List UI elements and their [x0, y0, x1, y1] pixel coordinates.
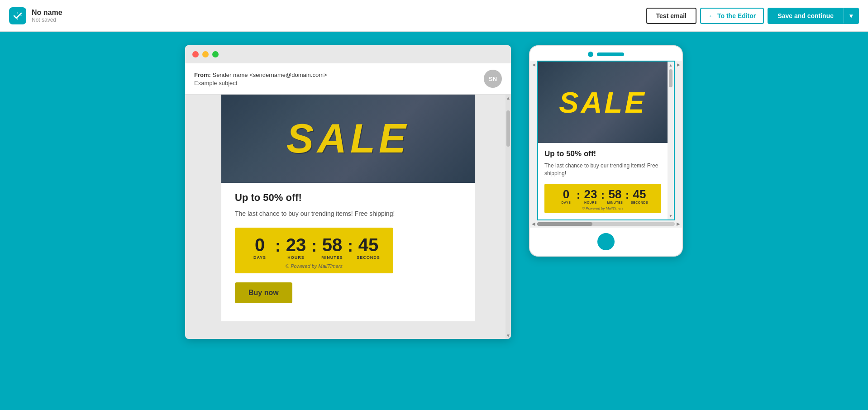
app-logo-icon	[9, 7, 26, 24]
email-subject: Example subject	[194, 80, 327, 86]
mobile-body-content: SALE Up to 50% off! The last chance to b…	[538, 62, 668, 219]
email-scroll: SALE Up to 50% off! The last chance to b…	[221, 95, 475, 321]
mobile-hscroll-right[interactable]: ▶	[677, 221, 680, 226]
sale-text: SALE	[286, 115, 410, 162]
mobile-scroll-up[interactable]: ▲	[669, 63, 673, 67]
mobile-headline: Up to 50% off!	[544, 149, 661, 158]
email-content-area: Up to 50% off! The last chance to buy ou…	[221, 183, 475, 312]
mobile-days: 0 DAYS	[557, 188, 576, 204]
countdown-minutes: 58 MINUTES	[319, 236, 346, 260]
mobile-sale-banner: SALE	[538, 62, 668, 143]
email-headline: Up to 50% off!	[235, 192, 461, 204]
mobile-notch	[530, 46, 682, 61]
browser-dot-maximize	[212, 51, 219, 57]
mobile-countdown: 0 DAYS : 23 HOURS :	[544, 184, 661, 213]
countdown-timer: 0 DAYS : 23 HOURS : 58	[244, 236, 384, 260]
mobile-home-button[interactable]	[597, 233, 615, 250]
mobile-hscroll-track	[537, 222, 675, 226]
email-from-section: From: Sender name <sendername@domain.com…	[194, 72, 327, 86]
desktop-scrollbar[interactable]: ▲ ▼	[506, 95, 511, 339]
desktop-preview: From: Sender name <sendername@domain.com…	[185, 45, 511, 339]
save-continue-button[interactable]: Save and continue	[768, 8, 844, 24]
email-header: From: Sender name <sendername@domain.com…	[185, 63, 511, 95]
countdown-seconds: 45 SECONDS	[355, 236, 382, 260]
buy-now-button[interactable]: Buy now	[235, 282, 292, 303]
mobile-scroll-down[interactable]: ▼	[669, 214, 673, 218]
mobile-hscroll-left[interactable]: ◀	[532, 221, 535, 226]
to-editor-button[interactable]: ← To the Editor	[700, 8, 764, 24]
mobile-sep-1: :	[577, 188, 580, 201]
browser-dot-minimize	[202, 51, 209, 57]
countdown-powered: © Powered by MailTimers	[244, 263, 384, 269]
mobile-hscroll-thumb[interactable]	[537, 222, 592, 226]
mobile-scroll-thumb[interactable]	[669, 69, 672, 87]
mobile-powered: © Powered by MailTimers	[548, 206, 658, 210]
arrow-left-icon: ←	[708, 12, 715, 19]
separator-1: :	[275, 236, 281, 256]
scrollbar-thumb[interactable]	[506, 110, 510, 147]
logo-section: No name Not saved	[9, 7, 646, 24]
test-email-button[interactable]: Test email	[646, 8, 696, 24]
countdown-hours: 23 HOURS	[282, 236, 310, 260]
to-editor-label: To the Editor	[717, 12, 756, 19]
mobile-right-arrow[interactable]: ▶	[675, 61, 682, 220]
mobile-body-text: The last chance to buy our trending item…	[544, 162, 661, 177]
countdown-days: 0 DAYS	[246, 236, 273, 260]
email-from: From: Sender name <sendername@domain.com…	[194, 72, 327, 78]
mobile-sep-2: :	[601, 188, 605, 201]
separator-2: :	[311, 236, 317, 256]
avatar: SN	[484, 70, 502, 88]
browser-chrome	[185, 45, 511, 63]
from-value: Sender name <sendername@domain.com>	[212, 72, 327, 78]
mobile-seconds: 45 SECONDS	[630, 188, 649, 204]
save-group: Save and continue ▾	[768, 8, 859, 24]
separator-3: :	[348, 236, 353, 256]
mobile-body: SALE Up to 50% off! The last chance to b…	[537, 61, 675, 220]
mobile-scrollbar-area: ◀ ▶	[530, 220, 682, 228]
chevron-down-icon: ▾	[849, 12, 853, 19]
main-content: From: Sender name <sendername@domain.com…	[0, 32, 868, 353]
mobile-minutes: 58 MINUTES	[606, 188, 625, 204]
mobile-left-arrow[interactable]: ◀	[530, 61, 537, 220]
mobile-speaker	[597, 52, 624, 56]
from-label: From:	[194, 72, 211, 78]
mobile-scroll-left-arrow[interactable]: ◀	[532, 62, 535, 67]
mobile-hours: 23 HOURS	[581, 188, 600, 204]
email-body-text: The last chance to buy our trending item…	[235, 209, 461, 219]
mobile-sep-3: :	[625, 188, 629, 201]
mobile-preview: ◀ SALE Up to 50% off! The last chance to…	[529, 45, 683, 257]
email-body-wrapper: SALE Up to 50% off! The last chance to b…	[185, 95, 511, 339]
save-dropdown-button[interactable]: ▾	[844, 8, 859, 24]
app-name: No name	[32, 9, 62, 17]
mobile-body-with-scroll: SALE Up to 50% off! The last chance to b…	[538, 62, 674, 219]
mobile-sale-text: SALE	[559, 86, 646, 119]
email-body-inner: SALE Up to 50% off! The last chance to b…	[185, 95, 511, 339]
mobile-countdown-timer: 0 DAYS : 23 HOURS :	[548, 188, 658, 204]
mobile-scroll-right-arrow[interactable]: ▶	[677, 62, 680, 67]
mobile-camera	[588, 52, 593, 57]
app-header: No name Not saved Test email ← To the Ed…	[0, 0, 868, 32]
browser-dot-close	[192, 51, 199, 57]
mobile-email-content: Up to 50% off! The last chance to buy ou…	[538, 143, 668, 219]
sale-banner-image: SALE	[221, 95, 475, 183]
mobile-vertical-scrollbar[interactable]: ▲ ▼	[668, 62, 674, 219]
countdown-container: 0 DAYS : 23 HOURS : 58	[235, 228, 393, 273]
header-actions: Test email ← To the Editor Save and cont…	[646, 8, 859, 24]
scroll-up-arrow[interactable]: ▲	[505, 95, 511, 101]
scroll-down-arrow[interactable]: ▼	[505, 332, 511, 339]
mobile-content-area: ◀ SALE Up to 50% off! The last chance to…	[530, 61, 682, 220]
mobile-home-area	[530, 228, 682, 256]
app-title-group: No name Not saved	[32, 9, 62, 23]
save-status: Not saved	[32, 17, 62, 23]
